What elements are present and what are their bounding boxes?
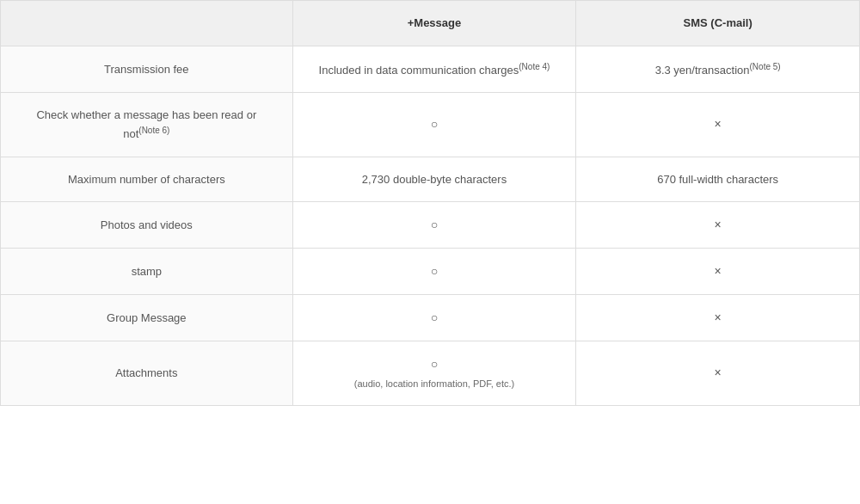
feature-label: Transmission fee	[1, 46, 293, 93]
plus-message-value: ○	[292, 249, 576, 295]
plus-message-value: ○ (audio, location information, PDF, etc…	[292, 341, 576, 406]
table-row: stamp ○ ×	[1, 249, 860, 295]
feature-label: Group Message	[1, 295, 293, 341]
sms-value: 670 full-width characters	[576, 157, 860, 202]
table-row: Group Message ○ ×	[1, 295, 860, 341]
plus-message-value: ○	[292, 295, 576, 341]
feature-label: Check whether a message has been read or…	[1, 93, 293, 157]
comparison-table: +Message SMS (C-mail) Transmission fee I…	[0, 0, 860, 406]
plus-message-value: 2,730 double-byte characters	[292, 157, 576, 202]
header-feature	[1, 1, 293, 46]
feature-label: Photos and videos	[1, 202, 293, 249]
table-row: Check whether a message has been read or…	[1, 93, 860, 157]
plus-message-value: ○	[292, 202, 576, 249]
table-row: Maximum number of characters 2,730 doubl…	[1, 157, 860, 202]
plus-message-value: Included in data communication charges(N…	[292, 46, 576, 93]
sms-value: ×	[576, 249, 860, 295]
table-row: Attachments ○ (audio, location informati…	[1, 341, 860, 406]
table-row: Photos and videos ○ ×	[1, 202, 860, 249]
feature-label: stamp	[1, 249, 293, 295]
feature-label: Maximum number of characters	[1, 157, 293, 202]
feature-label: Attachments	[1, 341, 293, 406]
table-row: Transmission fee Included in data commun…	[1, 46, 860, 93]
sms-value: ×	[576, 202, 860, 249]
sms-value: 3.3 yen/transaction(Note 5)	[576, 46, 860, 93]
sms-value: ×	[576, 341, 860, 406]
header-plus-message: +Message	[292, 1, 576, 46]
header-sms: SMS (C-mail)	[576, 1, 860, 46]
sms-value: ×	[576, 295, 860, 341]
sms-value: ×	[576, 93, 860, 157]
plus-message-value: ○	[292, 93, 576, 157]
